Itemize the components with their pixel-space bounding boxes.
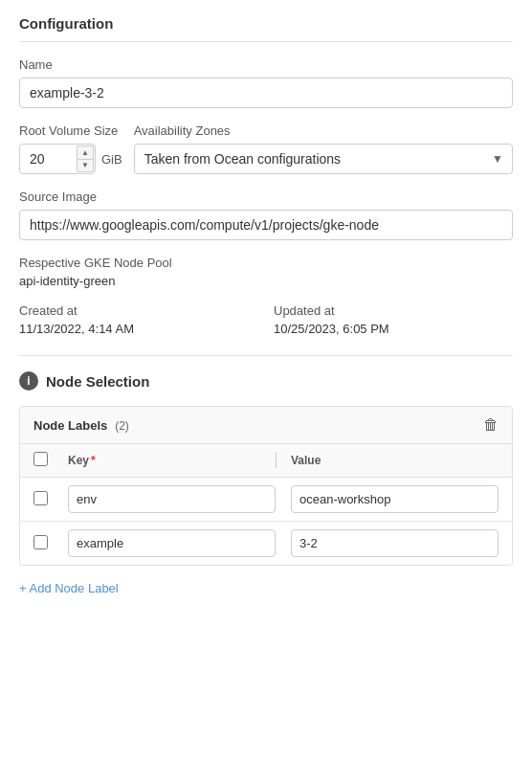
row-1-key-cell [68, 485, 276, 513]
key-required-star: * [91, 454, 96, 467]
column-divider [276, 453, 277, 468]
spinner-buttons: ▲ ▼ [77, 145, 94, 172]
node-selection-title: Node Selection [46, 373, 149, 390]
timestamps-row: Created at 11/13/2022, 4:14 AM Updated a… [19, 303, 513, 336]
node-selection-header: i Node Selection [19, 371, 513, 391]
availability-zones-select[interactable]: Taken from Ocean configurations us-east-… [134, 144, 513, 174]
row-2-key-input[interactable] [68, 529, 276, 557]
section-title: Configuration [19, 15, 513, 42]
add-node-label-button[interactable]: + Add Node Label [19, 577, 119, 599]
gib-unit-label: GiB [101, 152, 122, 167]
name-input[interactable] [19, 78, 513, 108]
row-1-checkbox[interactable] [33, 491, 48, 505]
row-1-value-cell [291, 485, 499, 513]
inline-fields-row: Root Volume Size ▲ ▼ GiB Availability Zo… [19, 123, 513, 174]
updated-at-value: 10/25/2023, 6:05 PM [274, 322, 513, 336]
row-2-key-cell [68, 529, 276, 557]
node-pool-label: Respective GKE Node Pool [19, 256, 513, 270]
table-row [20, 478, 512, 522]
updated-at-label: Updated at [274, 303, 513, 318]
name-label: Name [19, 57, 513, 72]
number-input-wrapper: ▲ ▼ [19, 144, 96, 174]
root-volume-input-row: ▲ ▼ GiB [19, 144, 122, 174]
table-column-headers: Key* Value [20, 444, 512, 478]
delete-icon[interactable]: 🗑 [483, 416, 499, 434]
updated-at-group: Updated at 10/25/2023, 6:05 PM [274, 303, 513, 336]
select-all-checkbox[interactable] [33, 452, 48, 466]
row-1-value-input[interactable] [291, 485, 499, 513]
row-2-value-cell [291, 529, 499, 557]
info-icon: i [19, 371, 38, 391]
checkbox-header-cell [33, 452, 68, 469]
source-image-input[interactable] [19, 210, 513, 240]
node-pool-value: api-identity-green [19, 274, 513, 288]
node-labels-header: Node Labels (2) 🗑 [20, 407, 512, 444]
spinner-down-button[interactable]: ▼ [77, 159, 94, 173]
created-at-label: Created at [19, 303, 258, 318]
availability-zones-select-wrapper: Taken from Ocean configurations us-east-… [134, 144, 513, 174]
node-pool-group: Respective GKE Node Pool api-identity-gr… [19, 256, 513, 288]
created-at-group: Created at 11/13/2022, 4:14 AM [19, 303, 258, 336]
value-column-header: Value [291, 454, 499, 467]
row-1-checkbox-cell [33, 491, 68, 508]
source-image-field-group: Source Image [19, 190, 513, 240]
section-divider [19, 355, 513, 356]
availability-zones-group: Availability Zones Taken from Ocean conf… [134, 123, 513, 174]
key-column-header: Key* [68, 454, 276, 467]
row-2-checkbox[interactable] [33, 535, 48, 549]
node-labels-title-text: Node Labels (2) [33, 417, 129, 433]
root-volume-label: Root Volume Size [19, 123, 122, 138]
spinner-up-button[interactable]: ▲ [77, 145, 94, 159]
name-field-group: Name [19, 57, 513, 108]
node-labels-count: (2) [115, 419, 129, 433]
page-container: Configuration Name Root Volume Size ▲ ▼ … [0, 0, 532, 615]
root-volume-group: Root Volume Size ▲ ▼ GiB [19, 123, 122, 174]
row-1-key-input[interactable] [68, 485, 276, 513]
table-row [20, 522, 512, 565]
node-labels-title: Node Labels [33, 418, 107, 433]
node-labels-section: Node Labels (2) 🗑 Key* Value [19, 406, 513, 566]
created-at-value: 11/13/2022, 4:14 AM [19, 322, 258, 336]
row-2-checkbox-cell [33, 535, 68, 552]
row-2-value-input[interactable] [291, 529, 499, 557]
source-image-label: Source Image [19, 190, 513, 204]
availability-zones-label: Availability Zones [134, 123, 513, 138]
